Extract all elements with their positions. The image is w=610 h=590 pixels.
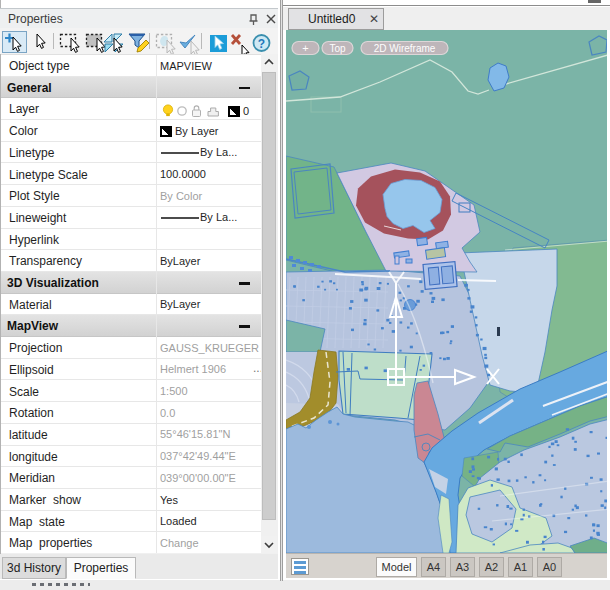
svg-text:2D Wireframe: 2D Wireframe — [374, 43, 436, 54]
svg-text:?: ? — [258, 37, 265, 51]
svg-text:+: + — [302, 42, 308, 54]
svg-text:Top: Top — [329, 43, 346, 54]
